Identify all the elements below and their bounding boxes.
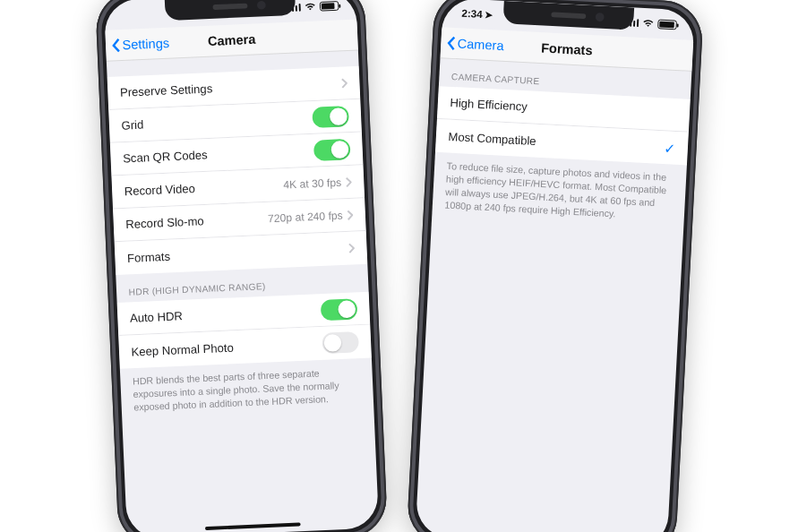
back-button[interactable]: Settings xyxy=(110,28,170,61)
toggle-keep-normal[interactable] xyxy=(322,331,359,354)
row-label: Formats xyxy=(126,250,170,265)
location-icon: ➤ xyxy=(485,9,493,21)
status-time: 2:34 ➤ xyxy=(461,7,493,21)
row-value: 4K at 30 fps xyxy=(283,176,341,191)
nav-title: Formats xyxy=(540,40,592,57)
battery-icon xyxy=(657,19,677,30)
phone-right: 2:34 ➤ Camera Formats CAMERA CAPTURE xyxy=(406,0,704,532)
time-text: 2:34 xyxy=(461,7,483,21)
battery-icon xyxy=(319,1,339,12)
chevron-right-icon xyxy=(347,243,354,253)
row-label: Record Slo-mo xyxy=(125,215,204,231)
wifi-icon xyxy=(641,19,654,28)
back-label: Camera xyxy=(457,36,504,53)
formats-footnote: To reduce file size, capture photos and … xyxy=(432,152,686,224)
row-value: 720p at 240 fps xyxy=(267,209,342,224)
chevron-left-icon xyxy=(445,35,456,51)
toggle-scan-qr[interactable] xyxy=(313,138,350,160)
row-label: High Efficiency xyxy=(450,96,528,113)
checkmark-icon: ✓ xyxy=(664,139,676,156)
screen-camera: Settings Camera Preserve Settings Grid S… xyxy=(103,0,378,532)
row-label: Preserve Settings xyxy=(119,82,212,99)
phone-left: Settings Camera Preserve Settings Grid S… xyxy=(94,0,387,532)
screen-formats: 2:34 ➤ Camera Formats CAMERA CAPTURE xyxy=(415,0,694,532)
chevron-right-icon xyxy=(339,78,347,89)
toggle-auto-hdr[interactable] xyxy=(320,298,357,321)
back-label: Settings xyxy=(122,35,169,52)
row-label: Record Video xyxy=(124,182,195,198)
toggle-grid[interactable] xyxy=(312,106,349,128)
formats-list[interactable]: CAMERA CAPTURE High Efficiency Most Comp… xyxy=(415,58,691,532)
row-label: Most Compatible xyxy=(448,130,536,148)
row-label: Grid xyxy=(121,118,143,133)
hdr-footnote: HDR blends the best parts of three separ… xyxy=(119,357,373,414)
row-label: Scan QR Codes xyxy=(122,149,207,166)
wifi-icon xyxy=(304,2,316,11)
settings-list[interactable]: Preserve Settings Grid Scan QR Codes Rec… xyxy=(106,50,378,532)
back-button[interactable]: Camera xyxy=(445,28,504,61)
chevron-right-icon xyxy=(344,176,351,187)
row-label: Auto HDR xyxy=(129,310,183,325)
row-label: Keep Normal Photo xyxy=(131,340,234,358)
chevron-right-icon xyxy=(346,210,353,220)
nav-title: Camera xyxy=(207,31,255,48)
chevron-left-icon xyxy=(110,37,120,53)
